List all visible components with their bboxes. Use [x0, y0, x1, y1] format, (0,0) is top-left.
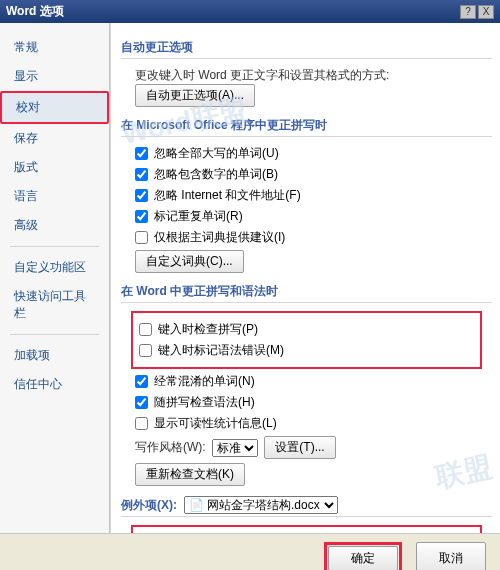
label: 标记重复单词(R): [154, 208, 243, 225]
section-autocorrect: 自动更正选项: [121, 39, 492, 59]
label: 仅根据主词典提供建议(I): [154, 229, 285, 246]
custom-dictionaries-button[interactable]: 自定义词典(C)...: [135, 250, 244, 273]
readability-stats-checkbox[interactable]: [135, 417, 148, 430]
content-pane: Word联盟 联盟 自动更正选项 更改键入时 Word 更正文字和设置其格式的方…: [110, 23, 500, 533]
label: 随拼写检查语法(H): [154, 394, 255, 411]
sidebar-item-addins[interactable]: 加载项: [0, 341, 109, 370]
ok-button[interactable]: 确定: [328, 546, 398, 570]
sidebar-item-customize-ribbon[interactable]: 自定义功能区: [0, 253, 109, 282]
sidebar-item-qat[interactable]: 快速访问工具栏: [0, 282, 109, 328]
recheck-document-button[interactable]: 重新检查文档(K): [135, 463, 245, 486]
label: 键入时检查拼写(P): [158, 321, 258, 338]
sidebar-item-language[interactable]: 语言: [0, 182, 109, 211]
sidebar-item-save[interactable]: 保存: [0, 124, 109, 153]
separator: [10, 334, 99, 335]
section-office-spelling: 在 Microsoft Office 程序中更正拼写时: [121, 117, 492, 137]
section-exceptions: 例外项(X): 📄 网站金字塔结构.docx: [121, 496, 492, 517]
ignore-numbers-checkbox[interactable]: [135, 168, 148, 181]
grammar-with-spelling-checkbox[interactable]: [135, 396, 148, 409]
highlight-box-ok: 确定: [324, 542, 402, 570]
label: 显示可读性统计信息(L): [154, 415, 277, 432]
ignore-uppercase-checkbox[interactable]: [135, 147, 148, 160]
autocorrect-options-button[interactable]: 自动更正选项(A)...: [135, 84, 255, 107]
autocorrect-desc: 更改键入时 Word 更正文字和设置其格式的方式:: [135, 67, 389, 84]
mark-grammar-typing-checkbox[interactable]: [139, 344, 152, 357]
confused-words-checkbox[interactable]: [135, 375, 148, 388]
highlight-box-spellcheck: 键入时检查拼写(P) 键入时标记语法错误(M): [131, 311, 482, 369]
sidebar-item-layout[interactable]: 版式: [0, 153, 109, 182]
main-dict-only-checkbox[interactable]: [135, 231, 148, 244]
section-word-spelling: 在 Word 中更正拼写和语法时: [121, 283, 492, 303]
ignore-internet-checkbox[interactable]: [135, 189, 148, 202]
sidebar-item-general[interactable]: 常规: [0, 33, 109, 62]
help-button[interactable]: ?: [460, 5, 476, 19]
writing-style-select[interactable]: 标准: [212, 439, 258, 457]
sidebar-item-proofing[interactable]: 校对: [0, 91, 109, 124]
sidebar-item-trust-center[interactable]: 信任中心: [0, 370, 109, 399]
highlight-box-exceptions: 只隐藏此文档中的拼写错误(S) 只隐藏此文档中的语法错误(D): [131, 525, 482, 533]
writing-style-settings-button[interactable]: 设置(T)...: [264, 436, 335, 459]
footer: 确定 取消: [0, 533, 500, 570]
flag-repeated-checkbox[interactable]: [135, 210, 148, 223]
label: 键入时标记语法错误(M): [158, 342, 284, 359]
separator: [10, 246, 99, 247]
writing-style-label: 写作风格(W):: [135, 439, 206, 456]
label: 忽略 Internet 和文件地址(F): [154, 187, 301, 204]
sidebar-item-display[interactable]: 显示: [0, 62, 109, 91]
check-spelling-typing-checkbox[interactable]: [139, 323, 152, 336]
titlebar: Word 选项 ? X: [0, 0, 500, 23]
cancel-button[interactable]: 取消: [416, 542, 486, 570]
label: 经常混淆的单词(N): [154, 373, 255, 390]
window-title: Word 选项: [6, 3, 458, 20]
close-button[interactable]: X: [478, 5, 494, 19]
label: 忽略包含数字的单词(B): [154, 166, 278, 183]
sidebar-item-advanced[interactable]: 高级: [0, 211, 109, 240]
exceptions-doc-select[interactable]: 📄 网站金字塔结构.docx: [184, 496, 338, 514]
label: 忽略全部大写的单词(U): [154, 145, 279, 162]
sidebar: 常规 显示 校对 保存 版式 语言 高级 自定义功能区 快速访问工具栏 加载项 …: [0, 23, 110, 533]
